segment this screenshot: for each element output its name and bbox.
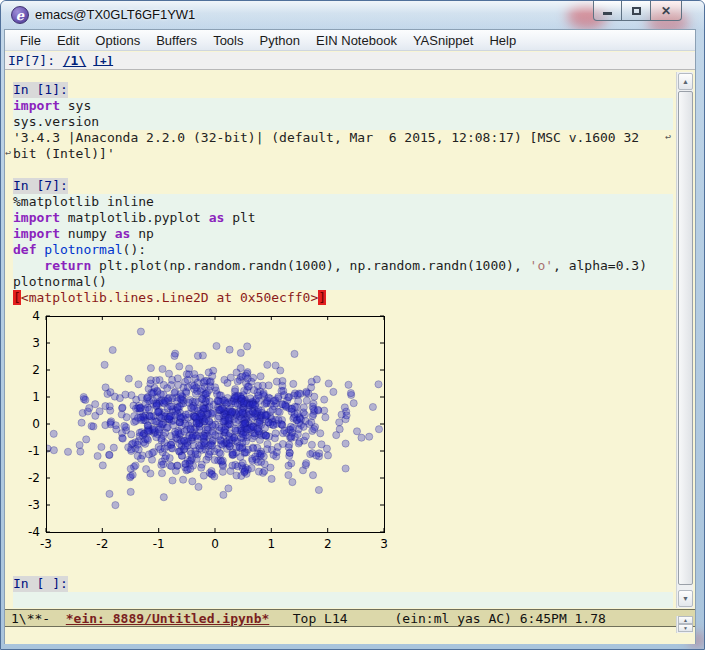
svg-text:-2: -2 — [28, 471, 40, 485]
blank-line — [13, 162, 673, 178]
menu-tools[interactable]: Tools — [206, 31, 250, 50]
inline-plot-output: -3-2-10123-4-3-2-101234 — [13, 308, 673, 560]
menu-yasnippet[interactable]: YASnippet — [406, 31, 480, 50]
main-scrollbar[interactable]: ▲ ▼ — [676, 72, 693, 608]
blank-line — [13, 560, 673, 576]
close-icon: ✕ — [661, 5, 671, 17]
code-token: 'o' — [530, 258, 553, 273]
menu-file[interactable]: File — [13, 31, 48, 50]
line-wrap-icon: ↩ — [665, 132, 671, 142]
caption-buttons: ✕ — [593, 1, 682, 21]
cell-input-line[interactable]: plotnormal() — [13, 274, 673, 290]
window-frame-bottom — [1, 644, 705, 650]
menu-options[interactable]: Options — [88, 31, 147, 50]
scrollbar-thumb[interactable] — [678, 91, 693, 585]
mini-scroll-up-button[interactable]: ▲ — [678, 616, 693, 624]
notebook-buffer[interactable]: In [1]:import syssys.version'3.4.3 |Anac… — [5, 70, 673, 609]
code-token: plt.plot(np.random.randn(1000), np.rando… — [91, 258, 529, 273]
code-token: matplotlib.pyplot — [60, 210, 209, 225]
menu-python[interactable]: Python — [252, 31, 306, 50]
scroll-down-icon: ▼ — [682, 595, 689, 602]
notebook-kernel-label: IP[7]: — [8, 53, 63, 68]
code-token: numpy — [60, 226, 115, 241]
cell-output-line: [<matplotlib.lines.Line2D at 0x50ecff0>] — [13, 290, 673, 306]
maximize-button[interactable] — [622, 1, 651, 21]
scroll-up-button[interactable]: ▲ — [678, 73, 693, 90]
svg-text:0: 0 — [32, 417, 40, 431]
minimize-icon — [603, 12, 612, 15]
code-token: import — [13, 226, 60, 241]
menu-edit[interactable]: Edit — [50, 31, 86, 50]
echo-area[interactable] — [5, 627, 673, 644]
svg-text:-1: -1 — [28, 444, 40, 458]
worksheet-tab-link[interactable]: /1\ — [63, 53, 86, 68]
cell-input-line[interactable]: sys.version — [13, 114, 673, 130]
code-token: [ — [13, 290, 21, 305]
cell-input-line[interactable] — [13, 592, 673, 608]
menu-help[interactable]: Help — [482, 31, 523, 50]
code-token: import — [13, 98, 60, 113]
modeline-buffer-name[interactable]: *ein: 8889/Untitled.ipynb* — [66, 611, 270, 626]
code-token: , alpha=0.3) — [553, 258, 647, 273]
modeline-flags: 1\**- — [11, 611, 66, 626]
code-token — [13, 592, 21, 607]
scroll-down-button[interactable]: ▼ — [678, 590, 693, 607]
cell-prompt-line: In [ ]: — [13, 576, 673, 592]
cell-input-line[interactable]: import matplotlib.pyplot as plt — [13, 210, 673, 226]
title-bar[interactable]: e emacs@TX0GLT6GF1YW1 ✕ — [1, 1, 705, 29]
code-token: np — [130, 226, 153, 241]
svg-text:2: 2 — [32, 363, 40, 377]
cell-input-line[interactable]: import sys — [13, 98, 673, 114]
menu-bar: FileEditOptionsBuffersToolsPythonEIN Not… — [5, 30, 695, 51]
code-token: <matplotlib.lines.Line2D at 0x50ecff0> — [21, 290, 318, 305]
code-token: In [ ]: — [13, 576, 68, 592]
svg-text:-3: -3 — [28, 498, 40, 512]
cell-prompt-line: In [1]: — [13, 82, 673, 98]
matplotlib-figure: -3-2-10123-4-3-2-101234 — [23, 308, 673, 562]
code-token: return — [44, 258, 91, 273]
cell-input-line[interactable]: return plt.plot(np.random.randn(1000), n… — [13, 258, 673, 274]
svg-text:-4: -4 — [28, 525, 40, 539]
emacs-app-icon[interactable]: e — [11, 6, 29, 24]
code-token: bit (Intel)]' — [13, 146, 115, 161]
code-token: as — [115, 226, 131, 241]
menu-ein-notebook[interactable]: EIN Notebook — [309, 31, 404, 50]
code-token: In [1]: — [13, 82, 68, 98]
menu-buffers[interactable]: Buffers — [149, 31, 204, 50]
code-token: def — [13, 242, 36, 257]
code-token — [13, 258, 44, 273]
mode-line[interactable]: 1\**- *ein: 8889/Untitled.ipynb* Top L14… — [5, 609, 695, 627]
svg-text:0: 0 — [211, 537, 219, 551]
minimize-button[interactable] — [593, 1, 622, 21]
svg-text:1: 1 — [32, 390, 40, 404]
cell-input-line[interactable]: import numpy as np — [13, 226, 673, 242]
code-token: plotnormal() — [13, 274, 107, 289]
add-worksheet-link[interactable]: [+] — [93, 54, 113, 67]
close-button[interactable]: ✕ — [651, 1, 682, 21]
svg-text:2: 2 — [324, 537, 332, 551]
cell-input-line[interactable]: %matplotlib inline — [13, 194, 673, 210]
svg-text:-2: -2 — [96, 537, 108, 551]
code-token: In [7]: — [13, 178, 68, 194]
cell-input-line[interactable]: def plotnormal(): — [13, 242, 673, 258]
minibuffer-scrollbar[interactable]: ▲ ▼ — [676, 616, 693, 633]
code-token: as — [209, 210, 225, 225]
client-area: FileEditOptionsBuffersToolsPythonEIN Not… — [4, 29, 696, 644]
code-token: %matplotlib inline — [13, 194, 154, 209]
svg-text:4: 4 — [32, 309, 40, 323]
scatter-plot: -3-2-10123-4-3-2-101234 — [23, 308, 399, 558]
svg-text:1: 1 — [267, 537, 275, 551]
code-token: '3.4.3 |Anaconda 2.2.0 (32-bit)| (defaul… — [13, 130, 639, 145]
cell-output-line: '3.4.3 |Anaconda 2.2.0 (32-bit)| (defaul… — [13, 130, 673, 146]
window-title: emacs@TX0GLT6GF1YW1 — [35, 7, 195, 22]
line-wrap-icon: ↩ — [5, 148, 11, 158]
cell-prompt-line: In [7]: — [13, 178, 673, 194]
cell-output-line: ↩bit (Intel)]' — [13, 146, 673, 162]
code-token: ] — [318, 290, 326, 305]
svg-text:3: 3 — [32, 336, 40, 350]
code-token: sys — [60, 98, 91, 113]
code-token: sys.version — [13, 114, 99, 129]
code-token: plt — [224, 210, 255, 225]
mini-scroll-down-button[interactable]: ▼ — [678, 624, 693, 632]
scroll-up-icon: ▲ — [682, 78, 689, 85]
